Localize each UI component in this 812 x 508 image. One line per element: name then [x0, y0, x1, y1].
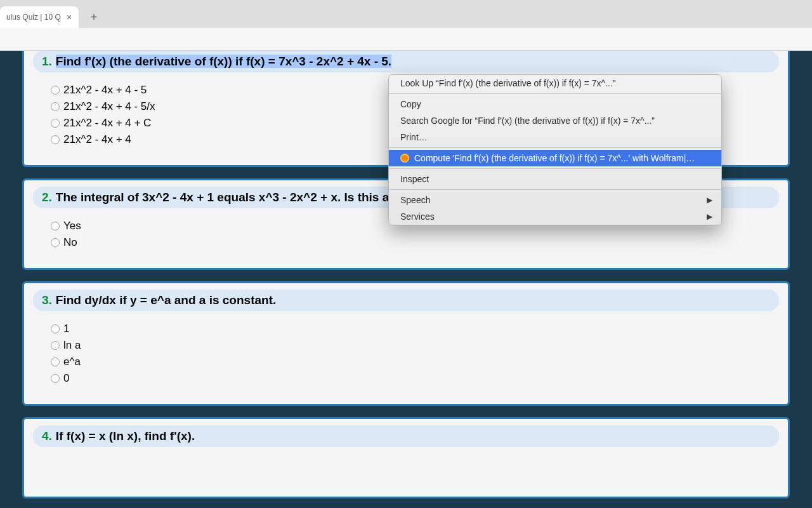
menu-separator [389, 168, 721, 169]
menu-separator [389, 189, 721, 190]
radio-icon[interactable] [51, 86, 60, 95]
question-text: Find dy/dx if y = e^a and a is constant. [56, 293, 276, 307]
menu-speech[interactable]: Speech ▶ [389, 192, 721, 208]
answer-label: 21x^2 - 4x + 4 [63, 133, 131, 146]
wolfram-icon [400, 154, 409, 163]
menu-services-label: Services [400, 211, 435, 222]
browser-tab-strip: ulus Quiz | 10 Q × + [0, 0, 812, 28]
menu-wolfram-compute[interactable]: Compute 'Find f'(x) (the derivative of f… [389, 150, 721, 166]
radio-icon[interactable] [51, 238, 60, 247]
question-number: 1. [42, 55, 52, 69]
answer-option[interactable]: No [51, 236, 779, 249]
chevron-right-icon: ▶ [707, 196, 712, 204]
answers-list: 1 ln a e^a 0 [33, 323, 779, 385]
question-text: Find f'(x) (the derivative of f(x)) if f… [56, 55, 391, 69]
close-icon[interactable]: × [65, 13, 74, 22]
question-header: 4. If f(x) = x (ln x), find f'(x). [33, 425, 779, 447]
radio-icon[interactable] [51, 135, 60, 144]
radio-icon[interactable] [51, 119, 60, 128]
answer-option[interactable]: ln a [51, 339, 779, 352]
question-card: 4. If f(x) = x (ln x), find f'(x). [22, 417, 790, 498]
browser-toolbar [0, 28, 812, 51]
answer-option[interactable]: e^a [51, 356, 779, 368]
answer-label: 1 [63, 323, 69, 335]
radio-icon[interactable] [51, 341, 60, 350]
answer-label: Yes [63, 220, 81, 232]
new-tab-button[interactable]: + [85, 8, 103, 26]
answer-option[interactable]: 0 [51, 372, 779, 385]
question-text: If f(x) = x (ln x), find f'(x). [56, 429, 195, 443]
answer-label: 21x^2 - 4x + 4 + C [63, 117, 151, 130]
menu-services[interactable]: Services ▶ [389, 208, 721, 225]
question-number: 3. [42, 293, 52, 307]
radio-icon[interactable] [51, 358, 60, 366]
answer-label: ln a [63, 339, 81, 352]
context-menu: Look Up “Find f'(x) (the derivative of f… [388, 74, 722, 225]
menu-wolfram-label: Compute 'Find f'(x) (the derivative of f… [414, 153, 695, 163]
radio-icon[interactable] [51, 324, 60, 333]
menu-separator [389, 93, 721, 94]
menu-print[interactable]: Print… [389, 129, 721, 145]
answer-label: 21x^2 - 4x + 4 - 5/x [63, 100, 155, 113]
menu-inspect[interactable]: Inspect [389, 171, 721, 187]
question-header: 3. Find dy/dx if y = e^a and a is consta… [33, 290, 779, 311]
answer-label: 0 [63, 372, 69, 385]
menu-lookup[interactable]: Look Up “Find f'(x) (the derivative of f… [389, 75, 721, 91]
menu-search-google[interactable]: Search Google for “Find f'(x) (the deriv… [389, 112, 721, 129]
chevron-right-icon: ▶ [707, 212, 712, 221]
menu-speech-label: Speech [400, 195, 430, 205]
browser-tab[interactable]: ulus Quiz | 10 Q × [0, 6, 79, 28]
answer-label: 21x^2 - 4x + 4 - 5 [63, 84, 147, 97]
answer-option[interactable]: 1 [51, 323, 779, 335]
question-number: 4. [42, 429, 52, 443]
radio-icon[interactable] [51, 374, 60, 383]
tab-title: ulus Quiz | 10 Q [6, 13, 61, 22]
question-header: 1. Find f'(x) (the derivative of f(x)) i… [33, 51, 779, 72]
menu-copy[interactable]: Copy [389, 96, 721, 112]
radio-icon[interactable] [51, 102, 60, 111]
answer-label: No [63, 236, 77, 249]
question-number: 2. [42, 190, 52, 204]
answer-label: e^a [63, 356, 81, 368]
radio-icon[interactable] [51, 222, 60, 231]
menu-separator [389, 147, 721, 148]
question-card: 3. Find dy/dx if y = e^a and a is consta… [22, 281, 790, 406]
